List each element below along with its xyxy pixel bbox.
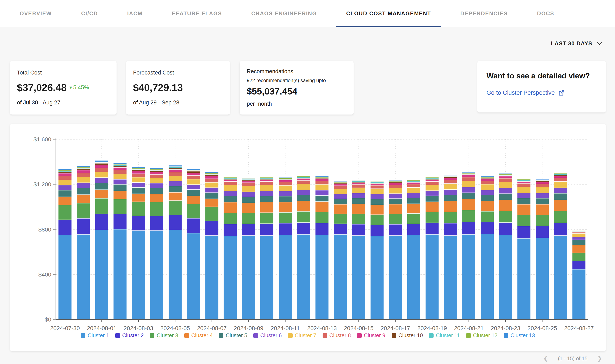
bar-segment-cluster-13[interactable] xyxy=(58,169,71,170)
bar-segment-cluster-6[interactable] xyxy=(352,193,365,198)
bar-segment-cluster-6[interactable] xyxy=(536,193,549,198)
bar-segment-cluster-11[interactable] xyxy=(150,170,164,170)
bar-segment-cluster-8[interactable] xyxy=(573,232,586,233)
bar-segment-cluster-7[interactable] xyxy=(444,183,457,189)
bar-segment-cluster-7[interactable] xyxy=(334,189,347,194)
bar-segment-cluster-5[interactable] xyxy=(242,197,255,203)
bar-segment-cluster-7[interactable] xyxy=(499,182,512,188)
bar-segment-cluster-13[interactable] xyxy=(444,175,457,176)
bar-segment-cluster-6[interactable] xyxy=(58,185,71,190)
bar-2024-08-13[interactable] xyxy=(315,176,329,319)
bar-segment-cluster-10[interactable] xyxy=(187,171,200,173)
bar-segment-cluster-3[interactable] xyxy=(77,203,90,219)
bar-2024-08-25[interactable] xyxy=(536,179,549,319)
bar-segment-cluster-8[interactable] xyxy=(187,176,200,179)
bar-segment-cluster-5[interactable] xyxy=(573,240,586,245)
bar-segment-cluster-11[interactable] xyxy=(205,174,218,175)
bar-segment-cluster-9[interactable] xyxy=(77,170,90,173)
bar-segment-cluster-13[interactable] xyxy=(352,180,365,181)
bar-segment-cluster-2[interactable] xyxy=(389,224,402,235)
bar-segment-cluster-1[interactable] xyxy=(260,236,274,319)
bar-segment-cluster-9[interactable] xyxy=(407,182,420,184)
bar-segment-cluster-3[interactable] xyxy=(499,211,512,222)
bar-segment-cluster-8[interactable] xyxy=(370,185,384,189)
bar-segment-cluster-6[interactable] xyxy=(77,183,90,188)
bar-segment-cluster-12[interactable] xyxy=(242,179,255,179)
bar-segment-cluster-3[interactable] xyxy=(444,212,457,223)
bar-segment-cluster-4[interactable] xyxy=(168,193,182,201)
bar-segment-cluster-9[interactable] xyxy=(499,176,512,179)
bar-segment-cluster-6[interactable] xyxy=(95,178,108,183)
bar-segment-cluster-8[interactable] xyxy=(297,180,310,184)
bar-2024-08-14[interactable] xyxy=(334,181,347,319)
bar-segment-cluster-8[interactable] xyxy=(462,177,475,181)
bar-segment-cluster-12[interactable] xyxy=(425,177,439,178)
bar-segment-cluster-13[interactable] xyxy=(279,177,292,178)
bar-segment-cluster-8[interactable] xyxy=(150,175,164,178)
bar-segment-cluster-11[interactable] xyxy=(499,175,512,176)
bar-segment-cluster-5[interactable] xyxy=(132,188,145,194)
bar-2024-08-12[interactable] xyxy=(297,176,310,319)
bar-segment-cluster-13[interactable] xyxy=(462,172,475,173)
bar-segment-cluster-8[interactable] xyxy=(334,186,347,189)
bar-segment-cluster-4[interactable] xyxy=(242,203,255,213)
bar-segment-cluster-8[interactable] xyxy=(168,172,182,176)
bar-segment-cluster-7[interactable] xyxy=(279,185,292,191)
bar-segment-cluster-1[interactable] xyxy=(444,236,457,319)
tab-chaos-engineering[interactable]: CHAOS ENGINEERING xyxy=(251,0,317,27)
bar-segment-cluster-11[interactable] xyxy=(573,231,586,232)
bar-segment-cluster-8[interactable] xyxy=(242,183,255,186)
cluster-perspective-link[interactable]: Go to Cluster Perspective xyxy=(487,89,597,96)
bar-segment-cluster-7[interactable] xyxy=(187,179,200,185)
bar-2024-08-27[interactable] xyxy=(573,231,586,319)
bar-2024-08-02[interactable] xyxy=(113,163,127,319)
bar-segment-cluster-11[interactable] xyxy=(554,174,567,175)
bar-segment-cluster-4[interactable] xyxy=(58,197,71,205)
bar-segment-cluster-8[interactable] xyxy=(77,173,90,177)
bar-segment-cluster-12[interactable] xyxy=(352,181,365,181)
bar-2024-08-04[interactable] xyxy=(150,168,164,319)
bar-segment-cluster-6[interactable] xyxy=(444,189,457,195)
bar-segment-cluster-1[interactable] xyxy=(205,236,218,319)
bar-segment-cluster-5[interactable] xyxy=(77,188,90,195)
bar-segment-cluster-9[interactable] xyxy=(260,180,274,181)
bar-segment-cluster-9[interactable] xyxy=(168,169,182,172)
bar-2024-08-03[interactable] xyxy=(132,167,145,319)
legend-item-cluster-2[interactable]: Cluster 2 xyxy=(115,332,144,339)
bar-segment-cluster-3[interactable] xyxy=(113,199,127,214)
bar-segment-cluster-1[interactable] xyxy=(554,236,567,319)
bar-segment-cluster-12[interactable] xyxy=(370,181,384,182)
legend-item-cluster-10[interactable]: Cluster 10 xyxy=(391,332,423,339)
bar-segment-cluster-10[interactable] xyxy=(444,177,457,178)
bar-2024-08-08[interactable] xyxy=(224,177,237,319)
bar-segment-cluster-1[interactable] xyxy=(407,235,420,319)
bar-segment-cluster-4[interactable] xyxy=(499,200,512,211)
bar-segment-cluster-2[interactable] xyxy=(260,224,274,236)
bar-segment-cluster-8[interactable] xyxy=(315,181,329,184)
bar-segment-cluster-9[interactable] xyxy=(370,183,384,185)
bar-segment-cluster-5[interactable] xyxy=(168,186,182,193)
bar-2024-08-22[interactable] xyxy=(480,176,494,319)
bar-segment-cluster-2[interactable] xyxy=(279,223,292,235)
bar-segment-cluster-3[interactable] xyxy=(536,215,549,226)
bar-segment-cluster-5[interactable] xyxy=(499,194,512,200)
bar-segment-cluster-5[interactable] xyxy=(554,193,567,200)
bar-segment-cluster-8[interactable] xyxy=(407,184,420,188)
bar-segment-cluster-3[interactable] xyxy=(205,207,218,221)
bar-segment-cluster-4[interactable] xyxy=(77,195,90,203)
bar-segment-cluster-8[interactable] xyxy=(480,181,494,184)
bar-segment-cluster-7[interactable] xyxy=(260,185,274,191)
bar-segment-cluster-5[interactable] xyxy=(389,198,402,204)
bar-2024-08-01[interactable] xyxy=(95,161,108,319)
bar-segment-cluster-9[interactable] xyxy=(187,173,200,176)
bar-segment-cluster-4[interactable] xyxy=(536,204,549,215)
bar-segment-cluster-8[interactable] xyxy=(132,174,145,177)
bar-segment-cluster-9[interactable] xyxy=(517,182,531,183)
bar-segment-cluster-6[interactable] xyxy=(334,194,347,199)
bar-segment-cluster-5[interactable] xyxy=(334,199,347,205)
bar-2024-07-30[interactable] xyxy=(58,169,71,319)
tab-cicd[interactable]: CI/CD xyxy=(81,0,98,27)
bar-segment-cluster-8[interactable] xyxy=(444,180,457,183)
bar-segment-cluster-13[interactable] xyxy=(480,176,494,177)
bar-segment-cluster-7[interactable] xyxy=(77,177,90,183)
